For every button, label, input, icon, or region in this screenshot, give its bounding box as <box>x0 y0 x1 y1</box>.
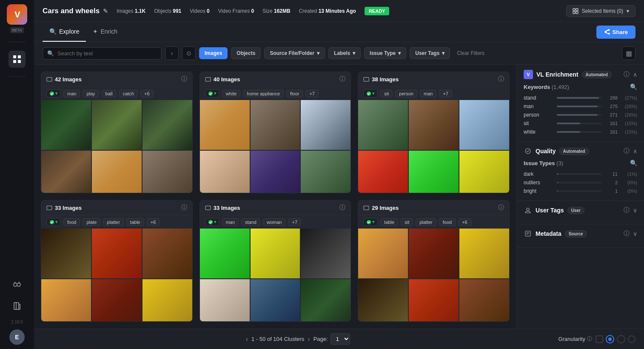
tag-pill[interactable]: +7 <box>288 218 301 226</box>
tag-pill[interactable]: white <box>222 90 241 97</box>
tag-pill[interactable]: man <box>222 218 239 226</box>
tab-explore[interactable]: 🔍 Explore <box>43 22 86 42</box>
filter-source-file-button[interactable]: Source File/Folder ▾ <box>264 47 325 59</box>
cluster-check-dropdown[interactable]: ▾ <box>363 218 378 226</box>
share-button[interactable]: Share <box>596 26 635 39</box>
cluster-image[interactable] <box>459 151 509 193</box>
cluster-image[interactable] <box>409 279 459 322</box>
tag-pill[interactable]: floor <box>286 90 303 97</box>
cluster-image[interactable] <box>92 151 142 193</box>
keywords-search-icon[interactable]: 🔍 <box>630 83 637 90</box>
next-page-button[interactable]: › <box>308 335 310 343</box>
metadata-info-icon[interactable]: ⓘ <box>624 230 630 237</box>
cluster-image[interactable] <box>459 229 509 278</box>
cluster-image[interactable] <box>301 279 350 322</box>
cluster-info-icon[interactable]: ⓘ <box>498 75 504 83</box>
cluster-image[interactable] <box>41 151 91 193</box>
cluster-image[interactable] <box>301 100 350 150</box>
tag-pill[interactable]: catch <box>119 90 138 97</box>
sidebar-item-binoculars[interactable] <box>9 275 26 292</box>
cluster-image[interactable] <box>200 151 250 193</box>
cluster-info-icon[interactable]: ⓘ <box>339 204 345 212</box>
filter-user-tags-button[interactable]: User Tags ▾ <box>410 47 450 59</box>
tab-enrich[interactable]: ✦ Enrich <box>86 22 124 42</box>
cluster-image[interactable] <box>459 279 509 322</box>
cluster-image[interactable] <box>409 100 459 150</box>
quality-collapse-icon[interactable]: ∧ <box>633 148 637 154</box>
cluster-check-dropdown[interactable]: ▾ <box>205 218 219 226</box>
cluster-image[interactable] <box>459 100 509 150</box>
granularity-info-icon[interactable]: ⓘ <box>587 335 592 343</box>
tag-pill[interactable]: +6 <box>458 218 471 226</box>
cluster-image[interactable] <box>92 229 142 278</box>
tag-pill[interactable]: +7 <box>439 90 452 97</box>
tag-pill[interactable]: sit <box>380 90 393 97</box>
filter-objects-button[interactable]: Objects <box>231 47 261 59</box>
tag-pill[interactable]: platter <box>416 218 436 226</box>
cluster-image[interactable] <box>358 279 408 322</box>
filter-issue-type-button[interactable]: Issue Type ▾ <box>364 47 406 59</box>
cluster-image[interactable] <box>251 151 300 193</box>
metadata-expand-icon[interactable]: ∨ <box>633 230 637 237</box>
arrow-button[interactable]: › <box>165 46 179 60</box>
user-tags-expand-icon[interactable]: ∨ <box>633 207 637 214</box>
cluster-image[interactable] <box>409 229 459 278</box>
cluster-info-icon[interactable]: ⓘ <box>181 75 187 83</box>
cluster-info-icon[interactable]: ⓘ <box>498 204 504 212</box>
filter-labels-button[interactable]: Labels ▾ <box>328 47 361 59</box>
tag-pill[interactable]: ball <box>102 90 117 97</box>
tag-pill[interactable]: man <box>63 90 80 97</box>
cluster-image[interactable] <box>92 279 142 322</box>
quality-info-icon[interactable]: ⓘ <box>624 147 630 155</box>
cluster-image[interactable] <box>92 100 142 150</box>
cluster-image[interactable] <box>251 100 300 150</box>
tag-pill[interactable]: +6 <box>147 218 160 226</box>
tag-pill[interactable]: +6 <box>140 90 154 97</box>
cluster-image[interactable] <box>142 279 192 322</box>
cluster-check-dropdown[interactable]: ▾ <box>363 89 378 97</box>
cluster-image[interactable] <box>142 100 192 150</box>
cluster-image[interactable] <box>200 229 250 278</box>
cluster-image[interactable] <box>251 229 300 278</box>
camera-icon-button[interactable]: ⊙ <box>182 46 196 60</box>
search-box[interactable]: 🔍 <box>43 47 162 60</box>
cluster-image[interactable] <box>142 151 192 193</box>
cluster-image[interactable] <box>301 151 350 193</box>
cluster-image[interactable] <box>358 229 408 278</box>
selected-items-button[interactable]: Selected Items (0) ▾ <box>566 5 635 17</box>
cluster-image[interactable] <box>358 151 408 193</box>
tag-pill[interactable]: table <box>126 218 144 226</box>
edit-icon[interactable]: ✎ <box>103 8 108 14</box>
tag-pill[interactable]: plate <box>83 218 100 226</box>
vl-collapse-icon[interactable]: ∧ <box>633 71 637 78</box>
cluster-image[interactable] <box>41 100 91 150</box>
tag-pill[interactable]: platter <box>103 218 124 226</box>
cluster-image[interactable] <box>200 100 250 150</box>
cluster-check-dropdown[interactable]: ▾ <box>205 89 219 97</box>
prev-page-button[interactable]: ‹ <box>246 335 248 343</box>
user-tags-info-icon[interactable]: ⓘ <box>624 206 630 214</box>
tag-pill[interactable]: +7 <box>305 90 319 97</box>
cluster-check-dropdown[interactable]: ▾ <box>46 218 61 226</box>
gran-option-large[interactable] <box>617 335 625 343</box>
chart-view-button[interactable]: ▦ <box>622 46 635 60</box>
page-select-dropdown[interactable]: 1 <box>331 333 350 345</box>
cluster-image[interactable] <box>358 100 408 150</box>
filter-images-button[interactable]: Images <box>199 47 228 59</box>
cluster-info-icon[interactable]: ⓘ <box>339 75 345 83</box>
cluster-image[interactable] <box>41 229 91 278</box>
tag-pill[interactable]: woman <box>263 218 285 226</box>
tag-pill[interactable]: food <box>63 218 80 226</box>
tag-pill[interactable]: stand <box>241 218 260 226</box>
sidebar-item-book[interactable] <box>9 298 26 315</box>
search-input[interactable] <box>57 50 157 57</box>
cluster-image[interactable] <box>301 229 350 278</box>
cluster-image[interactable] <box>251 279 300 322</box>
tag-pill[interactable]: person <box>395 90 417 97</box>
tag-pill[interactable]: home appliance <box>243 90 284 97</box>
cluster-check-dropdown[interactable]: ▾ <box>46 89 61 97</box>
user-avatar[interactable]: E <box>9 329 25 345</box>
cluster-image[interactable] <box>41 279 91 322</box>
tag-pill[interactable]: sit <box>401 218 413 226</box>
cluster-image[interactable] <box>200 279 250 322</box>
